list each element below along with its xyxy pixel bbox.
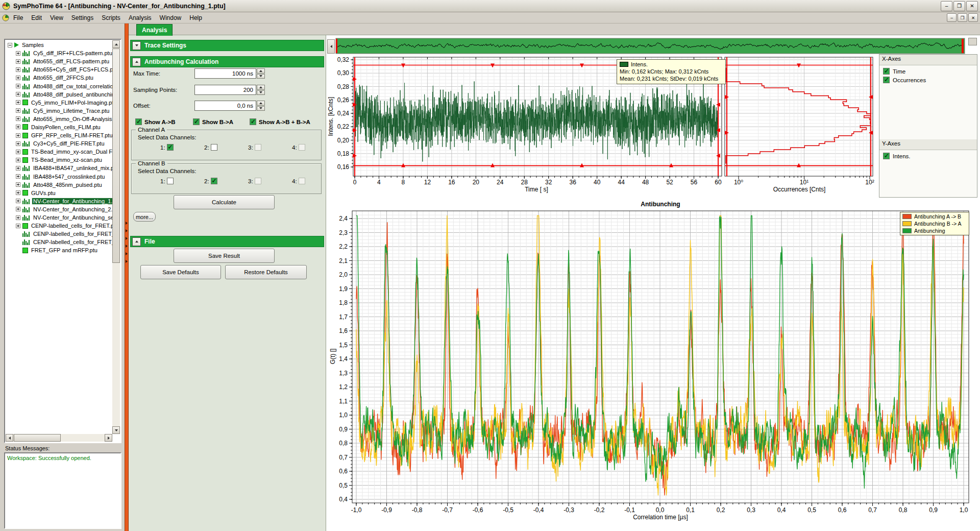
- channel-a-3[interactable]: 3:: [248, 144, 292, 151]
- intens-axis-checkbox[interactable]: [883, 153, 890, 159]
- collapse-trace-settings-icon[interactable]: [132, 41, 141, 50]
- collapse-icon[interactable]: [8, 43, 12, 47]
- spin-down-icon[interactable]: [257, 74, 265, 79]
- show-a-to-b-toggle[interactable]: Show A->B: [135, 118, 176, 125]
- menu-item-settings[interactable]: Settings: [67, 13, 97, 23]
- show-b-to-a-checkbox[interactable]: [193, 118, 200, 125]
- channel-a-2-checkbox[interactable]: [211, 144, 217, 151]
- expand-icon[interactable]: [16, 76, 20, 80]
- expand-icon[interactable]: [16, 199, 20, 203]
- tree-item[interactable]: Atto655+Cy5_diff_FCS+FLCS.ptu: [6, 65, 112, 74]
- channel-b-4-checkbox[interactable]: [299, 178, 305, 184]
- tree-vertical-scrollbar[interactable]: [112, 40, 120, 434]
- restore-defaults-button[interactable]: Restore Defaults: [225, 265, 307, 279]
- expand-icon[interactable]: [16, 59, 20, 64]
- tree-item[interactable]: Atto655_diff_2FFCS.ptu: [6, 74, 112, 82]
- offset-stepper[interactable]: [257, 101, 265, 111]
- tree-item[interactable]: TS-Bead_immo_xz-scan.ptu: [6, 156, 112, 164]
- expand-icon[interactable]: [16, 108, 20, 113]
- tree-item[interactable]: CENP-labelled_cells_for_FRET.ptu: [6, 222, 112, 230]
- save-result-button[interactable]: Save Result: [174, 249, 275, 263]
- y-axis-toggle-intens[interactable]: Intens.: [883, 153, 973, 159]
- tree-item[interactable]: TS-Bead_immo_xy-scan_Dual Fo: [6, 148, 112, 156]
- spin-down-icon[interactable]: [257, 106, 265, 111]
- more-button[interactable]: more...: [133, 212, 156, 222]
- expand-icon[interactable]: [16, 92, 20, 96]
- tree-item[interactable]: Cy5_diff_IRF+FLCS-pattern.ptu: [6, 49, 112, 57]
- tree-item[interactable]: Atto655_immo_On-Off-Analysis.p: [6, 115, 112, 123]
- spin-up-icon[interactable]: [257, 85, 265, 90]
- channel-a-4-checkbox[interactable]: [299, 144, 305, 151]
- collapse-antibunching-icon[interactable]: [132, 58, 141, 66]
- child-close-button[interactable]: ✕: [968, 13, 978, 22]
- tree-item[interactable]: DaisyPollen_cells_FLIM.ptu: [6, 123, 112, 131]
- x-axis-toggle-time[interactable]: Time: [883, 68, 973, 75]
- child-restore-button[interactable]: ❐: [958, 13, 967, 22]
- tree-item[interactable]: IBA488+IBA547_unlinked_mix.ptu: [6, 164, 112, 172]
- overview-corner-button[interactable]: [968, 38, 977, 45]
- tree-item[interactable]: CENP-labelled_cells_for_FRET_IR: [6, 230, 112, 238]
- spin-up-icon[interactable]: [257, 101, 265, 106]
- antibunching-calculation-header[interactable]: Antibunching Calculation: [130, 56, 324, 67]
- channel-a-4[interactable]: 4:: [292, 144, 336, 151]
- tree-item[interactable]: Cy5_immo_FLIM+Pol-Imaging.ptu: [6, 99, 112, 107]
- expand-icon[interactable]: [16, 67, 20, 72]
- show-b-to-a-toggle[interactable]: Show B->A: [193, 118, 233, 125]
- time-axis-checkbox[interactable]: [883, 68, 890, 75]
- expand-icon[interactable]: [16, 158, 20, 162]
- expand-icon[interactable]: [16, 166, 20, 171]
- tree-item[interactable]: NV-Center_for_Antibunching_1.p: [6, 197, 112, 205]
- hscroll-thumb[interactable]: [14, 434, 61, 442]
- show-sum-toggle[interactable]: Show A->B + B->A: [250, 118, 310, 125]
- expand-icon[interactable]: [16, 84, 20, 88]
- tree-horizontal-scrollbar[interactable]: [6, 434, 112, 442]
- restore-button[interactable]: ❐: [953, 1, 965, 11]
- panel-splitter[interactable]: [125, 23, 129, 531]
- menu-item-view[interactable]: View: [46, 13, 67, 23]
- tree-item[interactable]: Cy3+Cy5_diff_PIE-FRET.ptu: [6, 139, 112, 148]
- vscroll-thumb[interactable]: [112, 49, 120, 263]
- spin-down-icon[interactable]: [257, 90, 265, 95]
- channel-a-2[interactable]: 2:: [204, 144, 248, 151]
- x-axis-toggle-occurrences[interactable]: Occurrences: [883, 77, 973, 83]
- tab-analysis[interactable]: Analysis: [136, 24, 173, 36]
- expand-icon[interactable]: [16, 174, 20, 179]
- channel-b-4[interactable]: 4:: [292, 178, 336, 184]
- tree-item[interactable]: Atto655_diff_FLCS-pattern.ptu: [6, 57, 112, 65]
- tree-item[interactable]: GUVs.ptu: [6, 189, 112, 197]
- scroll-left-icon[interactable]: [6, 434, 13, 442]
- expand-icon[interactable]: [16, 125, 20, 129]
- tree-item[interactable]: GFP_RFP_cells_FLIM-FRET.ptu: [6, 131, 112, 139]
- expand-icon[interactable]: [16, 133, 20, 138]
- expand-icon[interactable]: [16, 182, 20, 187]
- max-time-stepper[interactable]: [257, 68, 265, 79]
- close-button[interactable]: ✕: [966, 1, 978, 11]
- save-defaults-button[interactable]: Save Defaults: [140, 265, 221, 279]
- expand-icon[interactable]: [16, 100, 20, 105]
- channel-b-1[interactable]: 1:: [160, 178, 204, 184]
- tree-item[interactable]: NV-Center_for_Antibunching_2.p: [6, 205, 112, 213]
- sampling-points-stepper[interactable]: [257, 85, 265, 95]
- channel-b-3[interactable]: 3:: [248, 178, 292, 184]
- channel-b-1-checkbox[interactable]: [167, 178, 174, 184]
- channel-b-2[interactable]: 2:: [204, 178, 248, 184]
- expand-icon[interactable]: [16, 224, 20, 228]
- tree-item[interactable]: CENP-labelled_cells_for_FRET_IR: [6, 238, 112, 246]
- menu-item-edit[interactable]: Edit: [27, 13, 46, 23]
- channel-a-1[interactable]: 1:: [160, 144, 204, 151]
- tree-item[interactable]: FRET_GFP and mRFP.ptu: [6, 246, 112, 254]
- menu-item-scripts[interactable]: Scripts: [97, 13, 125, 23]
- offset-input[interactable]: 0,0 ns: [194, 101, 256, 111]
- sampling-points-input[interactable]: 200: [194, 85, 256, 95]
- menu-item-window[interactable]: Window: [156, 13, 186, 23]
- tree-item[interactable]: IBA488+547_crosslinked.ptu: [6, 173, 112, 181]
- file-section-header[interactable]: File: [130, 236, 324, 247]
- tree-item[interactable]: Samples: [6, 41, 112, 49]
- collapse-file-icon[interactable]: [132, 237, 141, 246]
- overview-collapse-button[interactable]: [327, 39, 335, 54]
- expand-icon[interactable]: [16, 207, 20, 211]
- show-sum-checkbox[interactable]: [250, 118, 256, 125]
- occurrences-axis-checkbox[interactable]: [883, 77, 890, 83]
- channel-a-3-checkbox[interactable]: [255, 144, 261, 151]
- tree-item[interactable]: Cy5_immo_Lifetime_Trace.ptu: [6, 107, 112, 115]
